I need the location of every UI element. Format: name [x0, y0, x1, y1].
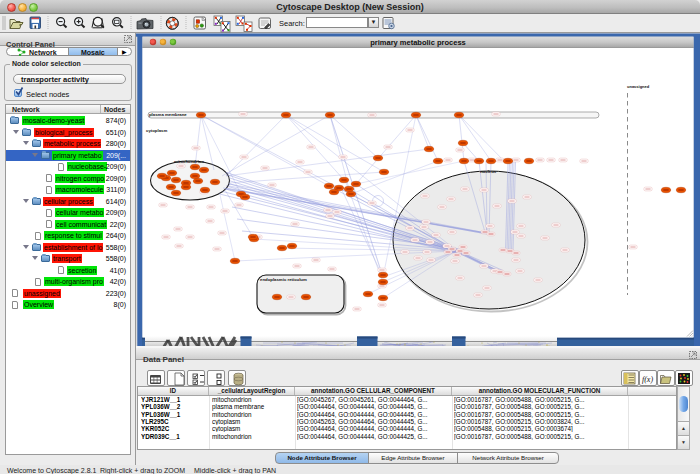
svg-text:f(x): f(x) [642, 375, 653, 384]
svg-text:cytoplasm: cytoplasm [146, 128, 167, 133]
svg-text:endoplasmic reticulum: endoplasmic reticulum [260, 277, 307, 282]
svg-text:mitochondrion: mitochondrion [174, 159, 204, 164]
svg-text:plasma membrane: plasma membrane [149, 112, 187, 117]
svg-text:primary metabolic process: primary metabolic process [370, 38, 465, 47]
svg-text:unassigned: unassigned [627, 84, 650, 89]
svg-text:nucleus: nucleus [480, 169, 497, 174]
